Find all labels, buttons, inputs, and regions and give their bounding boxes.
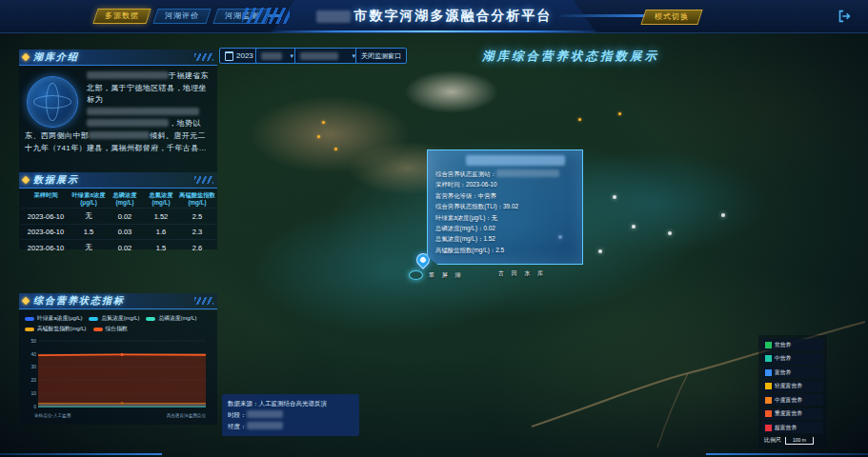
legend-color-chip: [765, 369, 772, 376]
data-panel-title: 数据展示: [33, 173, 79, 187]
table-cell: 1.5: [71, 225, 107, 240]
legend-color-chip: [765, 383, 772, 389]
legend-row: 富营养: [762, 367, 823, 378]
station-dot[interactable]: [613, 195, 616, 199]
table-cell: 2023-06-10: [21, 209, 71, 225]
redacted-text: [247, 410, 283, 418]
popup-row-label: 综合营养状态指数(TLI)：: [435, 203, 503, 209]
redacted-select-value: [300, 52, 338, 60]
header-tab[interactable]: 河湖评价: [152, 9, 211, 24]
legend-item: 综合指数: [93, 325, 128, 333]
info-row-label: 经度：: [228, 423, 247, 429]
trophic-state-legend: 贫营养中营养富营养轻度富营养中度富营养重度富营养超富营养 比例尺 100 m: [758, 335, 827, 448]
info-row: 经度：: [228, 421, 353, 432]
calendar-icon: [225, 51, 233, 61]
legend-label: 总磷浓度(mg/L): [158, 314, 196, 323]
legend-label: 总氮浓度(mg/L): [101, 314, 139, 323]
lake-select[interactable]: ▾: [255, 48, 299, 64]
globe-icon: [27, 76, 78, 128]
info-rows: 时段：经度：: [228, 409, 353, 432]
bottom-left-decoration: [0, 453, 162, 455]
popup-row: 叶绿素a浓度(μg/L)：无: [435, 212, 575, 223]
table-cell: 1.5: [143, 240, 179, 256]
station-select[interactable]: ▾: [294, 48, 361, 64]
data-source-info-box: 数据来源：人工监测结合高光谱反演 时段：经度：: [222, 394, 359, 436]
legend-color-chip: [25, 328, 34, 331]
popup-row: 综合营养状态指数(TLI)：39.02: [435, 201, 575, 211]
chart-panel-header: 综合营养状态指标: [19, 293, 217, 309]
legend-row: 轻度富营养: [762, 381, 823, 392]
column-header: 叶绿素a浓度 (μg/L): [71, 189, 107, 209]
legend-color-chip: [25, 317, 34, 321]
map-place-label: 翠 屏 湖: [429, 271, 463, 280]
header-tab[interactable]: 多源数据: [92, 9, 151, 24]
legend-row: 贫营养: [762, 339, 823, 350]
popup-row-value: 0.02: [483, 225, 495, 231]
popup-row-value: 1.52: [483, 235, 495, 242]
legend-color-chip: [765, 342, 772, 348]
legend-color-chip: [765, 410, 772, 417]
redacted-select-value: [261, 52, 282, 60]
close-button-label: 关闭监测窗口: [361, 51, 401, 61]
station-dot[interactable]: [668, 231, 672, 235]
legend-label: 超富营养: [775, 424, 797, 432]
popup-row-label: 高锰酸盐指数(mg/L)：: [435, 247, 495, 253]
info-row-label: 时段：: [228, 411, 247, 418]
legend-label: 轻度富营养: [775, 382, 802, 390]
table-cell: 2.6: [179, 240, 215, 256]
scale-value: 100 m: [785, 437, 814, 445]
redacted-text: [247, 422, 283, 429]
map-marker-dot: [317, 135, 320, 138]
svg-text:高光谱反演监测点位: 高光谱反演监测点位: [167, 412, 207, 419]
popup-row: 采样时间：2023-06-10: [435, 179, 575, 189]
popup-row-value: 中营养: [478, 192, 496, 199]
close-monitor-window-button[interactable]: 关闭监测窗口: [355, 48, 407, 64]
legend-color-chip: [146, 317, 155, 321]
legend-label: 高锰酸盐指数(mg/L): [37, 325, 87, 333]
chart-panel-title: 综合营养状态指标: [33, 294, 125, 308]
redacted-text: [496, 169, 559, 177]
year-value: 2023: [236, 51, 253, 60]
redacted-city-name: [316, 10, 351, 23]
legend-label: 贫营养: [775, 341, 791, 349]
slashes-decoration: [194, 53, 213, 61]
map-marker-dot: [578, 118, 581, 121]
diamond-icon: [22, 176, 30, 184]
chevron-down-icon: ▾: [290, 52, 293, 60]
legend-label: 重度富营养: [775, 409, 802, 418]
scale-label: 比例尺: [764, 436, 781, 445]
logout-icon[interactable]: [836, 8, 853, 25]
header-wing-right: [559, 14, 647, 17]
data-panel-body: 采样时间叶绿素a浓度 (μg/L)总磷浓度 (mg/L)总氮浓度 (mg/L)高…: [19, 189, 217, 249]
year-picker[interactable]: 2023: [219, 48, 259, 64]
redacted-popup-title: [466, 155, 565, 166]
diamond-icon: [22, 53, 30, 61]
popup-row: 综合营养状态监测站：: [435, 169, 575, 179]
table-header-row: 采样时间叶绿素a浓度 (μg/L)总磷浓度 (mg/L)总氮浓度 (mg/L)高…: [21, 189, 215, 209]
nutrition-index-chart: 01020304050采样点位-人工监测高光谱反演监测点位: [23, 335, 213, 425]
station-dot[interactable]: [721, 213, 725, 217]
svg-text:20: 20: [30, 377, 36, 383]
table-cell: 无: [71, 240, 107, 256]
legend-row: 中度富营养: [762, 394, 823, 406]
header-tab-label: 多源数据: [105, 10, 139, 23]
svg-text:10: 10: [30, 390, 36, 396]
station-dot[interactable]: [598, 249, 602, 253]
header-accent-line: [268, 30, 601, 32]
station-dot[interactable]: [632, 225, 636, 228]
header-tab-label: 河湖评价: [165, 10, 199, 23]
svg-text:40: 40: [30, 351, 36, 357]
mode-switch-button[interactable]: 模式切换: [640, 10, 702, 25]
map-place-label: 古 田 水 库: [498, 269, 546, 278]
popup-row: 富营养化等级：中营养: [435, 190, 575, 201]
table-cell: 0.02: [107, 209, 143, 225]
slashes-decoration: [194, 176, 213, 184]
legend-label: 富营养: [775, 368, 791, 377]
legend-label: 中营养: [775, 354, 791, 363]
intro-panel-body: 于福建省东北部，属于宁德地区辖县，地理坐标为，地势以东、西两侧向中部倾斜。唐开元…: [19, 66, 217, 172]
popup-row-label: 总磷浓度(mg/L)：: [435, 225, 483, 231]
page-title: 市数字河湖多源融合分析平台: [316, 8, 553, 25]
column-header: 总磷浓度 (mg/L): [107, 189, 143, 209]
popup-row-label: 叶绿素a浓度(μg/L)：: [435, 214, 492, 221]
table-cell: 2.5: [179, 209, 215, 225]
